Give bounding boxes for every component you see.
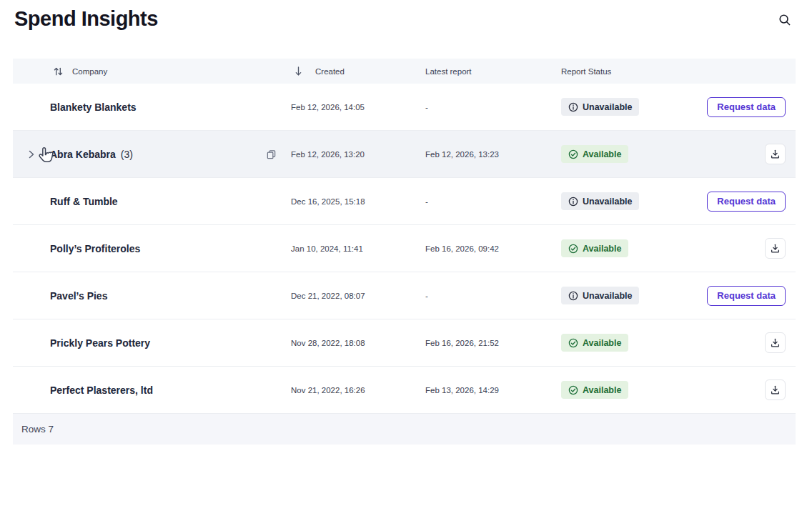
- check-circle-icon: [568, 149, 578, 159]
- info-circle-icon: [568, 291, 578, 301]
- download-button[interactable]: [765, 332, 786, 353]
- status-label: Unavailable: [583, 291, 632, 301]
- table-row[interactable]: Perfect Plasterers, ltd Nov 21, 2022, 16…: [13, 367, 796, 414]
- info-circle-icon: [568, 102, 578, 112]
- status-label: Available: [583, 385, 621, 395]
- status-badge: Available: [561, 334, 628, 352]
- table-row[interactable]: Prickly Pears Pottery Nov 28, 2022, 18:0…: [13, 319, 796, 367]
- status-label: Available: [583, 244, 621, 254]
- page-title: Spend Insights: [14, 7, 158, 31]
- request-data-button[interactable]: Request data: [707, 97, 786, 117]
- column-label-company: Company: [72, 67, 107, 76]
- table-row[interactable]: Polly’s Profiteroles Jan 10, 2024, 11:41…: [13, 225, 796, 272]
- latest-report-value: -: [425, 292, 428, 300]
- check-circle-icon: [568, 385, 578, 395]
- table-row[interactable]: Ruff & Tumble Dec 16, 2025, 15:18 -: [13, 178, 796, 225]
- download-button[interactable]: [765, 238, 786, 259]
- copy-icon[interactable]: [254, 149, 277, 160]
- column-header-created[interactable]: Created: [291, 65, 425, 77]
- check-circle-icon: [568, 244, 578, 254]
- table-row[interactable]: Pavel’s Pies Dec 21, 2022, 08:07 -: [13, 272, 796, 319]
- column-header-report-status[interactable]: Report Status: [561, 67, 704, 76]
- sort-down-icon[interactable]: [293, 65, 304, 77]
- company-name: Pavel’s Pies: [50, 290, 107, 302]
- status-label: Available: [583, 338, 621, 348]
- download-button[interactable]: [765, 144, 786, 164]
- latest-report-value: -: [425, 197, 428, 206]
- status-label: Unavailable: [583, 102, 632, 112]
- latest-report-value: Feb 13, 2026, 14:29: [425, 386, 499, 395]
- company-name: Perfect Plasterers, ltd: [50, 384, 153, 396]
- status-badge: Available: [561, 239, 628, 257]
- column-header-latest-report[interactable]: Latest report: [425, 67, 561, 76]
- search-icon: [778, 13, 792, 27]
- latest-report-value: Feb 12, 2026, 13:23: [425, 150, 499, 159]
- company-name: Prickly Pears Pottery: [50, 337, 150, 349]
- request-data-button[interactable]: Request data: [707, 192, 786, 212]
- latest-report-value: -: [425, 103, 428, 111]
- info-circle-icon: [568, 197, 578, 207]
- column-label-created: Created: [315, 67, 345, 76]
- company-name: Ruff & Tumble: [50, 196, 118, 207]
- column-label-report-status: Report Status: [561, 67, 611, 76]
- status-badge: Available: [561, 381, 628, 399]
- download-icon: [770, 149, 781, 159]
- chevron-right-icon[interactable]: [26, 149, 37, 160]
- created-value: Feb 12, 2026, 13:20: [291, 150, 365, 159]
- company-name: Abra Kebabra: [50, 149, 116, 160]
- latest-report-value: Feb 16, 2026, 09:42: [425, 244, 499, 253]
- table-header-row: Company Created Latest report Report Sta…: [13, 59, 796, 84]
- table-footer: Rows 7: [13, 414, 796, 445]
- rows-count-label: Rows 7: [21, 424, 54, 435]
- company-suffix: (3): [121, 149, 133, 160]
- created-value: Dec 21, 2022, 08:07: [291, 292, 365, 300]
- download-button[interactable]: [765, 379, 786, 400]
- search-button[interactable]: [777, 13, 793, 29]
- column-header-company[interactable]: Company: [50, 66, 254, 77]
- created-value: Feb 12, 2026, 14:05: [291, 103, 365, 111]
- check-circle-icon: [568, 338, 578, 348]
- column-label-latest-report: Latest report: [425, 67, 472, 76]
- status-badge: Unavailable: [561, 98, 639, 116]
- status-badge: Available: [561, 145, 628, 163]
- download-icon: [770, 337, 781, 348]
- spend-insights-table: Company Created Latest report Report Sta…: [13, 59, 796, 445]
- table-row[interactable]: Abra Kebabra(3) Feb 12, 2026, 13:20 Feb …: [13, 131, 796, 178]
- request-data-button[interactable]: Request data: [707, 286, 786, 306]
- company-name: Polly’s Profiteroles: [50, 243, 140, 254]
- created-value: Nov 21, 2022, 16:26: [291, 386, 365, 395]
- status-badge: Unavailable: [561, 192, 639, 210]
- created-value: Jan 10, 2024, 11:41: [291, 244, 363, 253]
- company-name: Blankety Blankets: [50, 101, 137, 113]
- download-icon: [770, 384, 781, 395]
- download-icon: [770, 243, 781, 254]
- status-label: Available: [583, 149, 621, 159]
- created-value: Nov 28, 2022, 18:08: [291, 339, 365, 347]
- table-body: Blankety Blankets Feb 12, 2026, 14:05 -: [13, 84, 796, 414]
- sort-up-down-icon[interactable]: [53, 66, 64, 77]
- created-value: Dec 16, 2025, 15:18: [291, 197, 365, 206]
- status-label: Unavailable: [583, 197, 632, 207]
- status-badge: Unavailable: [561, 287, 639, 304]
- table-row[interactable]: Blankety Blankets Feb 12, 2026, 14:05 -: [13, 84, 796, 131]
- latest-report-value: Feb 16, 2026, 21:52: [425, 339, 499, 347]
